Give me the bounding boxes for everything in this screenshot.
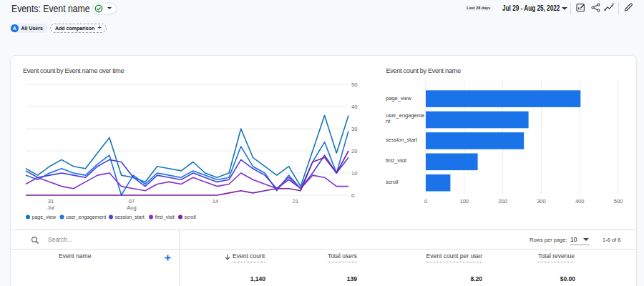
svg-text:14: 14 <box>213 198 218 204</box>
svg-text:30: 30 <box>351 126 357 132</box>
svg-text:Aug: Aug <box>127 204 136 211</box>
svg-text:0: 0 <box>424 198 427 204</box>
svg-text:400: 400 <box>575 198 585 204</box>
svg-text:500: 500 <box>614 198 623 204</box>
svg-text:first_visit: first_visit <box>155 214 175 220</box>
svg-text:nt: nt <box>386 118 391 124</box>
svg-text:200: 200 <box>498 198 507 204</box>
svg-text:50: 50 <box>351 82 357 88</box>
svg-text:07: 07 <box>129 198 135 204</box>
svg-text:0: 0 <box>351 192 354 199</box>
svg-text:40: 40 <box>351 104 357 110</box>
svg-text:user_engagement: user_engagement <box>66 214 106 220</box>
svg-text:21: 21 <box>293 198 298 204</box>
svg-text:scroll: scroll <box>185 214 197 220</box>
svg-text:20: 20 <box>351 148 357 154</box>
svg-text:Jul: Jul <box>47 204 54 211</box>
svg-text:session_start: session_start <box>115 214 145 220</box>
svg-text:first_visit: first_visit <box>386 157 407 164</box>
svg-text:300: 300 <box>537 198 546 204</box>
svg-text:scroll: scroll <box>386 179 399 185</box>
svg-text:page_view: page_view <box>386 95 411 102</box>
svg-text:session_start: session_start <box>386 137 418 143</box>
svg-text:page_view: page_view <box>32 214 57 220</box>
svg-text:10: 10 <box>351 170 357 177</box>
svg-text:user_engageme: user_engageme <box>386 112 424 119</box>
svg-text:100: 100 <box>460 198 469 204</box>
svg-text:31: 31 <box>48 198 54 204</box>
